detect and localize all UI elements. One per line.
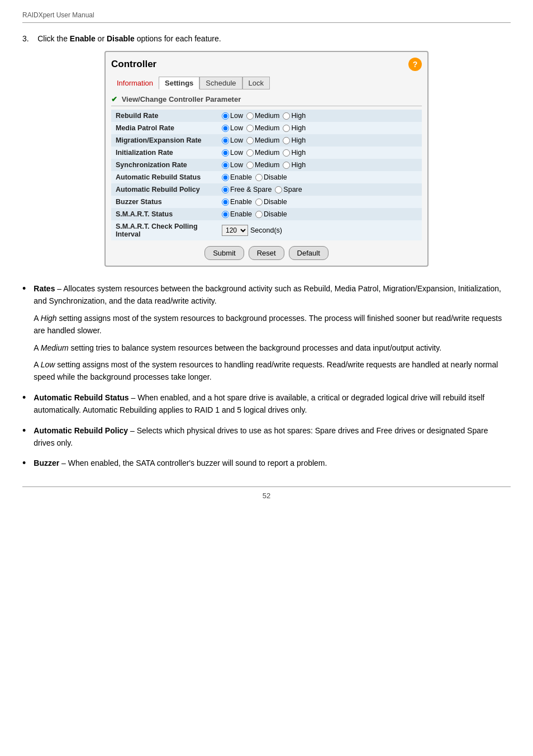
auto-rebuild-policy-text: Automatic Rebuild Policy – Selects which… [34, 426, 488, 447]
rebuild-status-disable-radio[interactable] [255, 174, 263, 181]
settings-table: Rebuild Rate Low Medium High Media Patro… [111, 110, 422, 240]
smart-enable-label[interactable]: Enable [222, 210, 252, 218]
migration-high-label[interactable]: High [283, 136, 306, 144]
help-icon[interactable]: ? [408, 58, 422, 71]
media-medium-radio[interactable] [246, 125, 254, 132]
media-high-radio[interactable] [283, 125, 290, 132]
rebuild-low-radio[interactable] [222, 112, 229, 120]
controller-panel: Controller ? Information Settings Schedu… [104, 51, 429, 267]
bullet-dot: • [22, 458, 26, 468]
auto-rebuild-policy-group: Free & Spare Spare [222, 186, 417, 193]
table-row: Automatic Rebuild Policy Free & Spare Sp… [111, 183, 422, 196]
auto-rebuild-status-group: Enable Disable [222, 173, 417, 181]
sync-medium-label[interactable]: Medium [246, 161, 279, 169]
buzzer-disable-radio[interactable] [255, 199, 263, 206]
sync-high-label[interactable]: High [283, 161, 306, 169]
reset-button[interactable]: Reset [249, 246, 284, 260]
rebuild-status-disable-label[interactable]: Disable [255, 173, 287, 181]
init-rate-group: Low Medium High [222, 149, 417, 157]
table-row: Rebuild Rate Low Medium High [111, 110, 422, 122]
disable-label: Disable [107, 34, 135, 43]
polling-interval-suffix: Second(s) [250, 226, 282, 234]
rebuild-policy-freespare-radio[interactable] [222, 186, 229, 193]
table-row: Media Patrol Rate Low Medium High [111, 122, 422, 134]
media-low-label[interactable]: Low [222, 124, 243, 132]
init-low-radio[interactable] [222, 149, 229, 157]
buzzer-disable-label[interactable]: Disable [255, 198, 287, 206]
controller-title: Controller [111, 59, 156, 70]
row-label: Media Patrol Rate [111, 122, 217, 134]
auto-rebuild-status-text: Automatic Rebuild Status – When enabled,… [34, 393, 484, 414]
migration-medium-label[interactable]: Medium [246, 136, 279, 144]
table-row: Buzzer Status Enable Disable [111, 196, 422, 208]
row-label: Synchronization Rate [111, 159, 217, 171]
smart-disable-radio[interactable] [255, 211, 263, 218]
init-high-label[interactable]: High [283, 149, 306, 157]
rebuild-high-label[interactable]: High [283, 112, 306, 120]
bullet-buzzer: • Buzzer – When enabled, the SATA contro… [22, 457, 511, 469]
polling-interval-select[interactable]: 120 60 240 [222, 225, 248, 236]
bullet-section: • Rates – Allocates system resources bet… [22, 282, 511, 470]
buzzer-text: Buzzer – When enabled, the SATA controll… [34, 459, 327, 467]
table-row: S.M.A.R.T. Status Enable Disable [111, 208, 422, 220]
bullet-auto-rebuild-status: • Automatic Rebuild Status – When enable… [22, 391, 511, 417]
media-patrol-rate-group: Low Medium High [222, 124, 417, 132]
row-label: S.M.A.R.T. Status [111, 208, 217, 220]
buzzer-enable-radio[interactable] [222, 199, 229, 206]
tab-settings[interactable]: Settings [159, 77, 199, 89]
row-label: Automatic Rebuild Policy [111, 183, 217, 196]
bullet-dot: • [22, 393, 26, 403]
media-low-radio[interactable] [222, 125, 229, 132]
table-row: Automatic Rebuild Status Enable Disable [111, 171, 422, 183]
rebuild-high-radio[interactable] [283, 112, 290, 120]
media-high-label[interactable]: High [283, 124, 306, 132]
rebuild-medium-label[interactable]: Medium [246, 112, 279, 120]
row-label: Rebuild Rate [111, 110, 217, 122]
tab-lock[interactable]: Lock [242, 77, 270, 89]
rebuild-status-enable-radio[interactable] [222, 174, 229, 181]
migration-low-radio[interactable] [222, 137, 229, 144]
row-label: Buzzer Status [111, 196, 217, 208]
bullet-auto-rebuild-policy: • Automatic Rebuild Policy – Selects whi… [22, 424, 511, 450]
rebuild-policy-freespare-label[interactable]: Free & Spare [222, 186, 272, 193]
rebuild-status-enable-label[interactable]: Enable [222, 173, 252, 181]
rebuild-policy-spare-radio[interactable] [275, 186, 282, 193]
section-title: View/Change Controller Parameter [122, 95, 241, 103]
tabs-row: Information Settings Schedule Lock [111, 77, 422, 89]
migration-medium-radio[interactable] [246, 137, 254, 144]
tab-information[interactable]: Information [111, 77, 159, 89]
sync-high-radio[interactable] [283, 162, 290, 169]
button-row: Submit Reset Default [111, 246, 422, 260]
buzzer-enable-label[interactable]: Enable [222, 198, 252, 206]
init-low-label[interactable]: Low [222, 149, 243, 157]
migration-high-radio[interactable] [283, 137, 290, 144]
init-medium-radio[interactable] [246, 149, 254, 157]
page-footer: 52 [22, 486, 511, 500]
migration-low-label[interactable]: Low [222, 136, 243, 144]
bullet-dot: • [22, 426, 26, 436]
table-row: Initialization Rate Low Medium High [111, 147, 422, 159]
section-header: ✔ View/Change Controller Parameter [111, 95, 422, 106]
init-medium-label[interactable]: Medium [246, 149, 279, 157]
media-medium-label[interactable]: Medium [246, 124, 279, 132]
default-button[interactable]: Default [289, 246, 329, 260]
row-label: Migration/Expansion Rate [111, 134, 217, 147]
page-number: 52 [263, 492, 270, 500]
init-high-radio[interactable] [283, 149, 290, 157]
submit-button[interactable]: Submit [204, 246, 244, 260]
smart-enable-radio[interactable] [222, 211, 229, 218]
enable-label: Enable [70, 34, 96, 43]
rebuild-medium-radio[interactable] [246, 112, 254, 120]
sync-low-label[interactable]: Low [222, 161, 243, 169]
smart-disable-label[interactable]: Disable [255, 210, 287, 218]
sync-medium-radio[interactable] [246, 162, 254, 169]
buzzer-status-group: Enable Disable [222, 198, 417, 206]
table-row: Synchronization Rate Low Medium High [111, 159, 422, 171]
bullet-dot: • [22, 284, 26, 294]
step-instruction: 3. Click the Enable or Disable options f… [22, 34, 511, 43]
rebuild-low-label[interactable]: Low [222, 112, 243, 120]
sync-low-radio[interactable] [222, 162, 229, 169]
tab-schedule[interactable]: Schedule [199, 77, 242, 89]
rebuild-policy-spare-label[interactable]: Spare [275, 186, 302, 193]
bullet-rates: • Rates – Allocates system resources bet… [22, 282, 511, 384]
